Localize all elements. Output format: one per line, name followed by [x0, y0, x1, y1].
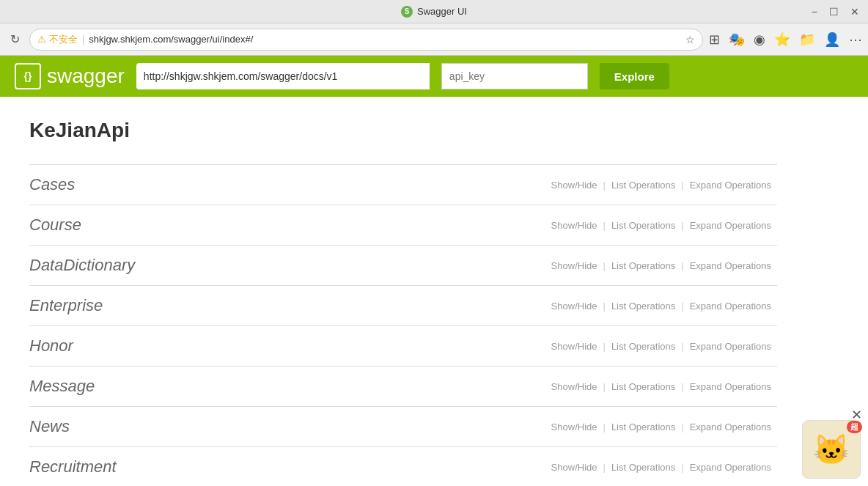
refresh-button[interactable]: ↻ [6, 31, 23, 48]
main-content: KeJianApi CasesShow/Hide|List Operations… [0, 97, 806, 486]
api-row: NewsShow/Hide|List Operations|Expand Ope… [29, 406, 777, 446]
expand-operations-link[interactable]: Expand Operations [684, 260, 777, 271]
show-hide-link[interactable]: Show/Hide [545, 381, 603, 392]
expand-operations-link[interactable]: Expand Operations [684, 341, 777, 352]
swagger-logo-text: swagger [47, 65, 125, 88]
extensions-icon[interactable]: ⊞ [709, 32, 720, 48]
api-name: Recruitment [29, 457, 545, 476]
security-warning: ⚠ 不安全 [37, 33, 78, 46]
list-operations-link[interactable]: List Operations [606, 341, 681, 352]
show-hide-link[interactable]: Show/Hide [545, 301, 603, 312]
list-operations-link[interactable]: List Operations [606, 381, 681, 392]
api-row: MessageShow/Hide|List Operations|Expand … [29, 366, 777, 406]
maximize-button[interactable]: ☐ [829, 6, 839, 18]
favorites-icon[interactable]: ⭐ [774, 32, 790, 48]
swagger-url-input[interactable] [136, 63, 430, 89]
list-operations-link[interactable]: List Operations [606, 260, 681, 271]
page-title: KeJianApi [29, 119, 777, 142]
address-text: shkjgw.shkjem.com/swagger/ui/index#/ [89, 34, 681, 45]
browser-title-icon: S [401, 6, 413, 18]
minimize-button[interactable]: − [812, 6, 817, 18]
api-name: DataDictionary [29, 256, 545, 275]
api-key-input[interactable] [441, 63, 588, 89]
api-row: DataDictionaryShow/Hide|List Operations|… [29, 245, 777, 285]
collections-icon[interactable]: 📁 [799, 32, 815, 48]
address-bar[interactable]: ⚠ 不安全 | shkjgw.shkjem.com/swagger/ui/ind… [29, 29, 703, 51]
api-actions: Show/Hide|List Operations|Expand Operati… [545, 421, 777, 432]
api-actions: Show/Hide|List Operations|Expand Operati… [545, 220, 777, 231]
browser-toolbar: ↻ ⚠ 不安全 | shkjgw.shkjem.com/swagger/ui/i… [0, 23, 868, 56]
close-button[interactable]: ✕ [850, 6, 859, 18]
api-actions: Show/Hide|List Operations|Expand Operati… [545, 381, 777, 392]
show-hide-link[interactable]: Show/Hide [545, 421, 603, 432]
api-row: CasesShow/Hide|List Operations|Expand Op… [29, 164, 777, 205]
api-name: Enterprise [29, 296, 545, 315]
swagger-header: {} swagger Explore [0, 56, 868, 97]
swagger-logo-icon: {} [15, 63, 41, 89]
browser-title-text: Swagger UI [417, 6, 467, 17]
expand-operations-link[interactable]: Expand Operations [684, 301, 777, 312]
list-operations-link[interactable]: List Operations [606, 421, 681, 432]
expand-operations-link[interactable]: Expand Operations [684, 381, 777, 392]
browser-window-controls[interactable]: − ☐ ✕ [812, 6, 859, 18]
browser-titlebar: S Swagger UI − ☐ ✕ [0, 0, 868, 23]
show-hide-link[interactable]: Show/Hide [545, 220, 603, 231]
show-hide-link[interactable]: Show/Hide [545, 462, 603, 473]
api-name: News [29, 417, 545, 436]
api-actions: Show/Hide|List Operations|Expand Operati… [545, 301, 777, 312]
expand-operations-link[interactable]: Expand Operations [684, 220, 777, 231]
user-icon[interactable]: 🎭 [729, 32, 745, 48]
api-name: Course [29, 216, 545, 235]
history-icon[interactable]: ◉ [754, 32, 765, 48]
list-operations-link[interactable]: List Operations [606, 220, 681, 231]
show-hide-link[interactable]: Show/Hide [545, 180, 603, 191]
api-name: Cases [29, 175, 545, 194]
overlay-close-button[interactable]: ✕ [851, 407, 862, 423]
list-operations-link[interactable]: List Operations [606, 180, 681, 191]
explore-button[interactable]: Explore [600, 63, 669, 89]
api-name: Message [29, 377, 545, 396]
api-row: EnterpriseShow/Hide|List Operations|Expa… [29, 285, 777, 325]
show-hide-link[interactable]: Show/Hide [545, 341, 603, 352]
expand-operations-link[interactable]: Expand Operations [684, 462, 777, 473]
api-row: RecruitmentShow/Hide|List Operations|Exp… [29, 446, 777, 486]
api-name: Honor [29, 336, 545, 356]
api-list: CasesShow/Hide|List Operations|Expand Op… [29, 164, 777, 486]
address-separator: | [82, 34, 85, 45]
expand-operations-link[interactable]: Expand Operations [684, 421, 777, 432]
api-row: CourseShow/Hide|List Operations|Expand O… [29, 205, 777, 245]
api-actions: Show/Hide|List Operations|Expand Operati… [545, 341, 777, 352]
show-hide-link[interactable]: Show/Hide [545, 260, 603, 271]
profile-icon[interactable]: 👤 [824, 32, 840, 48]
bookmark-icon[interactable]: ☆ [685, 34, 695, 45]
swagger-logo: {} swagger [15, 63, 125, 89]
api-row: HonorShow/Hide|List Operations|Expand Op… [29, 325, 777, 366]
api-actions: Show/Hide|List Operations|Expand Operati… [545, 180, 777, 191]
expand-operations-link[interactable]: Expand Operations [684, 180, 777, 191]
browser-toolbar-icons: ⊞ 🎭 ◉ ⭐ 📁 👤 ⋯ [709, 32, 862, 48]
list-operations-link[interactable]: List Operations [606, 462, 681, 473]
api-actions: Show/Hide|List Operations|Expand Operati… [545, 462, 777, 473]
more-icon[interactable]: ⋯ [849, 32, 862, 48]
api-actions: Show/Hide|List Operations|Expand Operati… [545, 260, 777, 271]
browser-title: S Swagger UI [401, 6, 467, 18]
list-operations-link[interactable]: List Operations [606, 301, 681, 312]
